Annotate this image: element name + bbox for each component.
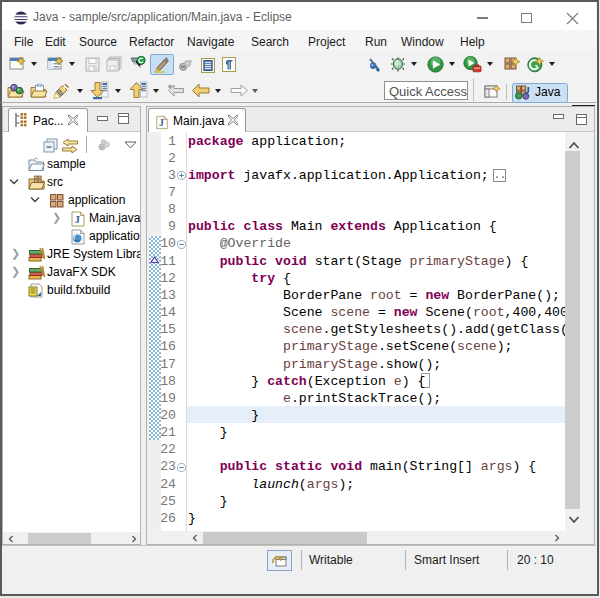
svg-text:J: J [159, 117, 164, 128]
svg-text:J: J [75, 213, 81, 225]
